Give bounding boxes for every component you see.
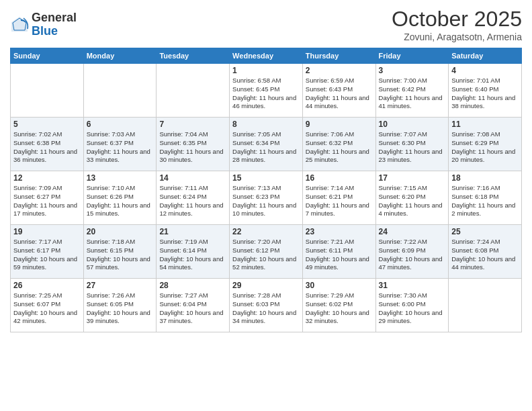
day-number: 7 xyxy=(159,120,226,129)
calendar-week-2: 5Sunrise: 7:02 AM Sunset: 6:38 PM Daylig… xyxy=(11,118,522,171)
calendar-cell: 20Sunrise: 7:18 AM Sunset: 6:15 PM Dayli… xyxy=(83,225,157,279)
calendar-cell: 2Sunrise: 6:59 AM Sunset: 6:43 PM Daylig… xyxy=(302,64,375,118)
calendar-cell: 31Sunrise: 7:30 AM Sunset: 6:00 PM Dayli… xyxy=(375,279,449,332)
subtitle: Zovuni, Aragatsotn, Armenia xyxy=(392,32,522,42)
day-info: Sunrise: 7:18 AM Sunset: 6:15 PM Dayligh… xyxy=(87,238,154,272)
calendar-cell: 26Sunrise: 7:25 AM Sunset: 6:07 PM Dayli… xyxy=(11,279,84,332)
col-sunday: Sunday xyxy=(11,48,84,64)
col-saturday: Saturday xyxy=(449,48,522,64)
calendar-week-3: 12Sunrise: 7:09 AM Sunset: 6:27 PM Dayli… xyxy=(11,171,522,225)
calendar-cell: 19Sunrise: 7:17 AM Sunset: 6:17 PM Dayli… xyxy=(11,225,84,279)
col-friday: Friday xyxy=(375,48,449,64)
day-number: 20 xyxy=(87,227,154,236)
day-number: 3 xyxy=(379,66,446,75)
day-info: Sunrise: 7:13 AM Sunset: 6:23 PM Dayligh… xyxy=(232,184,300,218)
day-info: Sunrise: 7:15 AM Sunset: 6:20 PM Dayligh… xyxy=(379,184,446,218)
day-number: 28 xyxy=(159,281,226,290)
day-info: Sunrise: 7:26 AM Sunset: 6:05 PM Dayligh… xyxy=(87,291,154,326)
day-info: Sunrise: 7:28 AM Sunset: 6:03 PM Dayligh… xyxy=(232,291,300,326)
page: General Blue October 2025 Zovuni, Aragat… xyxy=(0,0,532,411)
calendar-cell: 29Sunrise: 7:28 AM Sunset: 6:03 PM Dayli… xyxy=(230,279,303,332)
day-number: 17 xyxy=(379,173,446,183)
day-info: Sunrise: 7:01 AM Sunset: 6:40 PM Dayligh… xyxy=(451,77,519,111)
calendar-cell: 12Sunrise: 7:09 AM Sunset: 6:27 PM Dayli… xyxy=(11,171,84,225)
day-number: 30 xyxy=(306,281,373,290)
calendar-week-1: 1Sunrise: 6:58 AM Sunset: 6:45 PM Daylig… xyxy=(11,64,522,118)
day-info: Sunrise: 7:27 AM Sunset: 6:04 PM Dayligh… xyxy=(159,291,226,326)
calendar-cell: 7Sunrise: 7:04 AM Sunset: 6:35 PM Daylig… xyxy=(157,118,230,171)
calendar-cell: 8Sunrise: 7:05 AM Sunset: 6:34 PM Daylig… xyxy=(230,118,303,171)
col-thursday: Thursday xyxy=(302,48,375,64)
day-info: Sunrise: 7:24 AM Sunset: 6:08 PM Dayligh… xyxy=(451,238,519,272)
logo-general: General xyxy=(32,11,77,25)
logo: General Blue xyxy=(10,11,77,38)
calendar-table: Sunday Monday Tuesday Wednesday Thursday… xyxy=(10,48,522,332)
day-number: 23 xyxy=(306,227,373,236)
day-number: 5 xyxy=(13,120,81,129)
calendar-cell: 11Sunrise: 7:08 AM Sunset: 6:29 PM Dayli… xyxy=(449,118,522,171)
logo-text: General Blue xyxy=(32,11,77,38)
calendar-cell xyxy=(157,64,230,118)
day-info: Sunrise: 7:25 AM Sunset: 6:07 PM Dayligh… xyxy=(13,291,81,326)
day-number: 29 xyxy=(232,281,300,290)
day-number: 13 xyxy=(87,173,154,183)
calendar-cell: 3Sunrise: 7:00 AM Sunset: 6:42 PM Daylig… xyxy=(375,64,449,118)
day-info: Sunrise: 7:02 AM Sunset: 6:38 PM Dayligh… xyxy=(13,130,81,165)
day-info: Sunrise: 7:20 AM Sunset: 6:12 PM Dayligh… xyxy=(232,238,300,272)
day-info: Sunrise: 7:19 AM Sunset: 6:14 PM Dayligh… xyxy=(159,238,226,272)
day-number: 4 xyxy=(451,66,519,75)
day-number: 14 xyxy=(159,173,226,183)
day-info: Sunrise: 7:16 AM Sunset: 6:18 PM Dayligh… xyxy=(451,184,519,218)
day-info: Sunrise: 7:17 AM Sunset: 6:17 PM Dayligh… xyxy=(13,238,81,272)
day-number: 25 xyxy=(451,227,519,236)
day-number: 31 xyxy=(379,281,446,290)
day-info: Sunrise: 6:58 AM Sunset: 6:45 PM Dayligh… xyxy=(232,77,300,111)
calendar-cell: 10Sunrise: 7:07 AM Sunset: 6:30 PM Dayli… xyxy=(375,118,449,171)
day-number: 15 xyxy=(232,173,300,183)
calendar-cell xyxy=(449,279,522,332)
day-info: Sunrise: 7:14 AM Sunset: 6:21 PM Dayligh… xyxy=(306,184,373,218)
day-number: 27 xyxy=(87,281,154,290)
calendar-week-4: 19Sunrise: 7:17 AM Sunset: 6:17 PM Dayli… xyxy=(11,225,522,279)
calendar-cell: 18Sunrise: 7:16 AM Sunset: 6:18 PM Dayli… xyxy=(449,171,522,225)
day-number: 24 xyxy=(379,227,446,236)
calendar-cell: 5Sunrise: 7:02 AM Sunset: 6:38 PM Daylig… xyxy=(11,118,84,171)
day-number: 1 xyxy=(232,66,300,75)
day-number: 22 xyxy=(232,227,300,236)
calendar-cell: 14Sunrise: 7:11 AM Sunset: 6:24 PM Dayli… xyxy=(157,171,230,225)
calendar-cell: 16Sunrise: 7:14 AM Sunset: 6:21 PM Dayli… xyxy=(302,171,375,225)
calendar-cell: 23Sunrise: 7:21 AM Sunset: 6:11 PM Dayli… xyxy=(302,225,375,279)
col-wednesday: Wednesday xyxy=(230,48,303,64)
calendar-cell: 30Sunrise: 7:29 AM Sunset: 6:02 PM Dayli… xyxy=(302,279,375,332)
day-number: 16 xyxy=(306,173,373,183)
col-tuesday: Tuesday xyxy=(157,48,230,64)
calendar-cell: 21Sunrise: 7:19 AM Sunset: 6:14 PM Dayli… xyxy=(157,225,230,279)
day-number: 2 xyxy=(306,66,373,75)
day-number: 19 xyxy=(13,227,81,236)
day-info: Sunrise: 6:59 AM Sunset: 6:43 PM Dayligh… xyxy=(306,77,373,111)
calendar-cell: 24Sunrise: 7:22 AM Sunset: 6:09 PM Dayli… xyxy=(375,225,449,279)
month-title: October 2025 xyxy=(392,7,522,32)
col-monday: Monday xyxy=(83,48,157,64)
calendar-cell: 22Sunrise: 7:20 AM Sunset: 6:12 PM Dayli… xyxy=(230,225,303,279)
day-info: Sunrise: 7:06 AM Sunset: 6:32 PM Dayligh… xyxy=(306,130,373,165)
calendar-cell: 27Sunrise: 7:26 AM Sunset: 6:05 PM Dayli… xyxy=(83,279,157,332)
day-number: 18 xyxy=(451,173,519,183)
day-info: Sunrise: 7:00 AM Sunset: 6:42 PM Dayligh… xyxy=(379,77,446,111)
calendar-cell: 1Sunrise: 6:58 AM Sunset: 6:45 PM Daylig… xyxy=(230,64,303,118)
day-number: 12 xyxy=(13,173,81,183)
day-info: Sunrise: 7:30 AM Sunset: 6:00 PM Dayligh… xyxy=(379,291,446,326)
day-info: Sunrise: 7:05 AM Sunset: 6:34 PM Dayligh… xyxy=(232,130,300,165)
day-number: 10 xyxy=(379,120,446,129)
logo-blue: Blue xyxy=(32,25,77,38)
day-info: Sunrise: 7:08 AM Sunset: 6:29 PM Dayligh… xyxy=(451,130,519,165)
day-number: 26 xyxy=(13,281,81,290)
title-section: October 2025 Zovuni, Aragatsotn, Armenia xyxy=(392,7,522,42)
calendar-cell: 4Sunrise: 7:01 AM Sunset: 6:40 PM Daylig… xyxy=(449,64,522,118)
day-info: Sunrise: 7:29 AM Sunset: 6:02 PM Dayligh… xyxy=(306,291,373,326)
day-info: Sunrise: 7:21 AM Sunset: 6:11 PM Dayligh… xyxy=(306,238,373,272)
day-number: 8 xyxy=(232,120,300,129)
day-number: 11 xyxy=(451,120,519,129)
calendar-cell: 15Sunrise: 7:13 AM Sunset: 6:23 PM Dayli… xyxy=(230,171,303,225)
calendar-cell: 25Sunrise: 7:24 AM Sunset: 6:08 PM Dayli… xyxy=(449,225,522,279)
